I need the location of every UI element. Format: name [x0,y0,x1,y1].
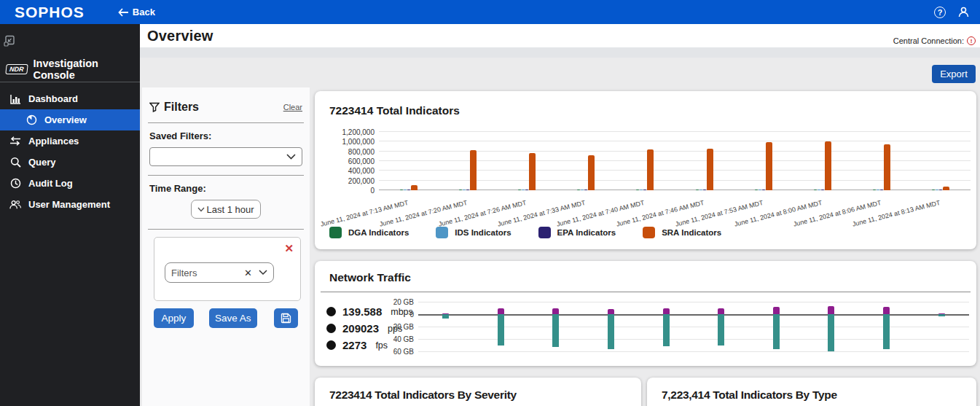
saved-filters-label: Saved Filters: [149,130,302,141]
ids-indicators-bar [463,190,466,190]
chevron-down-icon [259,270,267,276]
bar-group [528,302,584,351]
bar-chart-icon [9,94,21,104]
stat-bullet-icon [326,340,336,350]
sidebar-item-appliances[interactable]: Appliances [0,130,140,152]
download-bar [773,314,780,349]
y-tick-label: 20 GB [389,323,414,331]
download-bar [828,314,834,351]
stat-bullet-icon [326,307,336,316]
bar-group [749,302,804,351]
stat-value: 209023 [342,322,379,335]
sidebar-item-query[interactable]: Query [0,152,140,173]
sidebar: NDR Investigation Console DashboardOverv… [0,24,140,406]
filter-condition-card: ✕ Filters ✕ [154,237,301,301]
help-icon[interactable]: ? [934,7,946,18]
sidebar-item-label: Dashboard [28,93,78,104]
epa-indicators-bar [880,190,883,190]
transfer-arrows-icon [9,136,21,146]
dga-indicators-bar [755,190,758,190]
sidebar-item-dashboard[interactable]: Dashboard [0,88,140,109]
remove-filter-icon[interactable]: ✕ [284,242,294,255]
floppy-disk-icon [281,313,291,324]
sra-indicators-bar [707,149,713,190]
sidebar-item-user-management[interactable]: User Management [0,194,140,215]
network-traffic-card: Network Traffic 139.588mbps209023pps2273… [315,261,976,366]
back-button[interactable]: Back [118,7,155,17]
sidebar-item-label: Overview [44,114,87,125]
filters-panel: Filters Clear Saved Filters: Time Range:… [142,87,310,406]
sidebar-divider [0,82,140,82]
user-account-icon[interactable] [957,6,970,18]
chevron-down-icon [197,207,205,212]
upload-bar [828,306,834,314]
apply-button[interactable]: Apply [154,308,194,328]
saved-filters-select[interactable] [149,147,302,166]
sidebar-item-overview[interactable]: Overview [0,109,140,130]
stat-unit: fps [375,340,388,351]
legend-label: EPA Indicators [557,228,616,237]
bar-group [914,302,969,351]
dga-indicators-bar [636,190,639,190]
legend-label: SRA Indicators [662,228,721,237]
dga-indicators-bar [932,190,935,190]
y-tick-label: 1,200,000 [316,128,375,136]
filter-field-select[interactable]: Filters ✕ [165,262,274,283]
y-tick-label: 400,000 [316,167,375,175]
legend-item: IDS Indicators [436,227,511,238]
time-range-value: Last 1 hour [206,204,254,215]
dga-indicators-bar [696,190,699,190]
epa-indicators-bar [762,190,765,190]
network-plot-area [418,302,969,351]
sophos-logo: SOPHOS [0,4,85,21]
time-range-select[interactable]: Last 1 hour [191,200,261,219]
download-bar [883,314,890,349]
epa-indicators-bar [821,190,824,190]
sra-indicators-bar [884,144,890,190]
export-button[interactable]: Export [932,65,976,83]
users-icon [9,200,21,209]
clear-filters-link[interactable]: Clear [283,103,302,112]
sidebar-item-audit-log[interactable]: Audit Log [0,173,140,194]
content-scroll-band [140,47,980,58]
y-tick-label: 1,000,000 [316,138,375,146]
bar-group [474,302,529,351]
sidebar-menu: DashboardOverviewAppliancesQueryAudit Lo… [0,88,140,215]
legend-swatch [329,227,342,238]
sidebar-item-label: Appliances [28,136,79,147]
dga-indicators-bar [459,190,462,190]
y-tick-label: 0 [316,187,375,195]
sidebar-item-label: User Management [28,199,110,210]
download-bar [663,314,670,346]
epa-indicators-bar [643,190,646,190]
indicators-by-type-title: 7,223,414 Total Indicators By Type [662,389,837,402]
legend-label: IDS Indicators [455,228,511,237]
back-label: Back [133,7,155,17]
download-bar [442,314,449,319]
upload-bar [498,308,504,315]
save-as-button[interactable]: Save As [209,308,257,328]
legend-label: DGA Indicators [348,228,409,237]
y-tick-label: 600,000 [316,157,375,165]
clear-selection-icon[interactable]: ✕ [244,268,252,278]
total-indicators-card: 7223414 Total Indicators June 11, 2024 a… [315,91,976,249]
upload-bar [773,307,780,314]
bar-groups [379,132,971,190]
dga-indicators-bar [814,190,817,190]
indicators-plot-area [379,132,971,190]
upload-bar [718,308,724,315]
download-bar [718,314,724,346]
download-bar [552,314,559,347]
upload-bar [883,307,890,314]
total-indicators-title: 7223414 Total Indicators [329,104,460,117]
bar-group [557,132,616,190]
indicators-by-severity-title: 7223414 Total Indicators By Severity [329,389,517,402]
legend-item: EPA Indicators [538,227,616,238]
bar-group [734,132,793,190]
bar-group [638,302,694,351]
divider [321,292,971,292]
save-filter-button[interactable] [274,308,298,328]
dga-indicators-bar [400,190,403,190]
warning-icon[interactable]: ! [967,36,976,45]
collapse-sidebar-icon[interactable] [4,35,15,47]
